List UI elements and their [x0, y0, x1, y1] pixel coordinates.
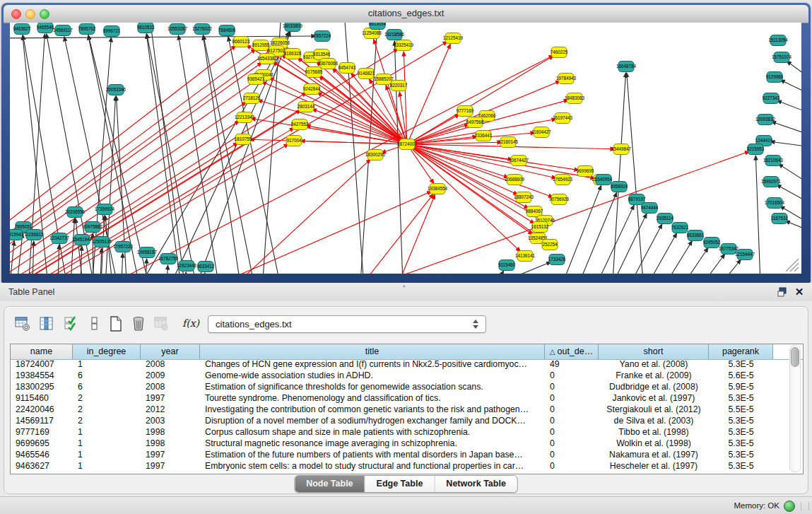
network-node[interactable]: 17957223: [113, 242, 134, 252]
network-node[interactable]: 8996721: [103, 26, 121, 37]
network-edge[interactable]: [610, 73, 625, 274]
tab-edge-table[interactable]: Edge Table: [365, 476, 435, 492]
network-edge[interactable]: [394, 41, 404, 274]
new-column-icon[interactable]: [107, 315, 124, 332]
network-node[interactable]: 252254: [542, 240, 558, 250]
network-node[interactable]: 12125419: [443, 33, 464, 44]
network-edge[interactable]: [261, 82, 407, 144]
network-node[interactable]: 12923448: [177, 261, 197, 271]
network-edge[interactable]: [770, 141, 801, 148]
network-edge[interactable]: [122, 253, 123, 274]
network-node[interactable]: 6497568: [466, 117, 484, 128]
network-edge[interactable]: [772, 122, 801, 139]
column-header-name[interactable]: name: [11, 344, 73, 359]
network-node[interactable]: 9810533: [137, 23, 155, 33]
network-edge[interactable]: [561, 192, 617, 274]
network-node[interactable]: 16648784: [616, 62, 637, 72]
network-node[interactable]: 9129966: [766, 72, 784, 83]
network-node[interactable]: 17654923: [553, 175, 573, 185]
network-node[interactable]: 7632621: [671, 223, 689, 233]
table-row[interactable]: 1456911722003Disruption of a novel membe…: [11, 416, 803, 427]
network-node[interactable]: 7684606: [218, 25, 236, 36]
row-cells-icon[interactable]: [86, 315, 103, 332]
network-node[interactable]: 3915943: [10, 230, 24, 240]
network-node[interactable]: 18724007: [397, 139, 418, 150]
network-node[interactable]: 15451947: [72, 235, 93, 245]
column-header-in_degree[interactable]: in_degree: [73, 344, 141, 359]
network-view-window[interactable]: citations_edges.txt 18724007866012389129…: [1, 3, 811, 283]
column-header-out_de[interactable]: △out_de…: [545, 344, 599, 359]
table-row[interactable]: 1872400712008Changes of HCN gene express…: [11, 359, 803, 370]
network-node[interactable]: 16782759: [158, 254, 179, 264]
network-node[interactable]: 19784943: [556, 74, 577, 84]
network-edge[interactable]: [655, 247, 708, 274]
network-node[interactable]: 9474444: [641, 203, 659, 214]
function-builder-icon[interactable]: f(x): [182, 317, 199, 329]
network-node[interactable]: 9175685: [305, 67, 323, 78]
network-edge[interactable]: [671, 254, 725, 274]
network-edge[interactable]: [167, 265, 168, 274]
network-node[interactable]: 14136141: [515, 251, 536, 262]
network-node[interactable]: 13325419: [394, 40, 414, 51]
resize-grip[interactable]: [801, 502, 809, 510]
show-column-icon[interactable]: [38, 315, 55, 332]
network-node[interactable]: 16033809: [283, 23, 303, 32]
network-edge[interactable]: [363, 194, 435, 274]
table-selector-dropdown[interactable]: citations_edges.txt: [208, 315, 486, 333]
network-node[interactable]: 16197443: [553, 113, 573, 124]
network-node[interactable]: 8454743: [339, 63, 356, 74]
network-node[interactable]: 90756928: [549, 194, 570, 205]
network-canvas[interactable]: 1872400786601238912955182260589127502818…: [10, 23, 801, 274]
tab-node-table[interactable]: Node Table: [295, 476, 365, 492]
table-row[interactable]: 2242004622012Investigating the contribut…: [11, 404, 803, 416]
window-titlebar[interactable]: citations_edges.txt: [4, 5, 808, 23]
network-node[interactable]: 9465546: [37, 23, 54, 33]
delete-column-icon[interactable]: [130, 315, 147, 332]
network-node[interactable]: 2718126: [243, 93, 261, 104]
tab-network-table[interactable]: Network Table: [435, 476, 517, 492]
network-node[interactable]: 9699695: [577, 166, 594, 177]
table-row[interactable]: 977716911998Corpus callosum shape and si…: [11, 427, 803, 438]
table-row[interactable]: 946362711997Embryonic stem cells: a mode…: [11, 461, 803, 472]
network-node[interactable]: 11156813: [24, 230, 44, 240]
network-node[interactable]: 917004: [286, 136, 302, 146]
network-node[interactable]: 15113054: [768, 35, 788, 46]
canvas-resize-grip[interactable]: [790, 263, 799, 271]
network-edge[interactable]: [116, 32, 289, 274]
table-options-icon[interactable]: [14, 315, 31, 332]
network-node[interactable]: 18807243: [514, 192, 534, 203]
network-edge[interactable]: [10, 49, 256, 274]
table-row[interactable]: 1938455462009Genome-wide association stu…: [11, 370, 803, 382]
column-header-pagerank[interactable]: pagerank: [709, 344, 773, 359]
close-icon[interactable]: ✕: [794, 286, 805, 298]
network-edge[interactable]: [10, 36, 316, 38]
network-edge[interactable]: [624, 233, 677, 274]
table-row[interactable]: 1830029562008Estimation of significance …: [11, 382, 803, 393]
network-edge[interactable]: [496, 271, 504, 274]
network-node[interactable]: 8427552: [291, 119, 309, 130]
network-node[interactable]: 8215953: [747, 144, 765, 155]
network-node[interactable]: 9115460: [498, 260, 516, 271]
network-node[interactable]: 1615132: [531, 222, 549, 233]
network-node[interactable]: 2935114: [657, 214, 674, 224]
network-node[interactable]: 10674427: [509, 156, 529, 166]
network-node[interactable]: 9463627: [13, 24, 31, 35]
network-edge[interactable]: [10, 192, 432, 274]
network-node[interactable]: 18300295: [365, 150, 386, 160]
network-node[interactable]: 7895762: [78, 24, 96, 35]
network-node[interactable]: 23676068: [318, 59, 339, 69]
network-node[interactable]: 8813054: [369, 23, 387, 30]
network-edge[interactable]: [407, 144, 518, 194]
network-node[interactable]: 7857224: [314, 31, 331, 42]
network-node[interactable]: 2336441: [475, 131, 493, 141]
network-edge[interactable]: [10, 62, 262, 274]
column-header-year[interactable]: year: [141, 344, 200, 359]
network-node[interactable]: 12505135: [92, 237, 112, 247]
network-node[interactable]: 15276022: [192, 24, 213, 35]
network-edge[interactable]: [687, 259, 741, 274]
network-node[interactable]: 19218586: [384, 30, 405, 40]
network-node[interactable]: 11604427: [531, 127, 551, 138]
network-edge[interactable]: [577, 205, 634, 274]
network-edge[interactable]: [777, 100, 801, 118]
network-node[interactable]: 12154447: [735, 250, 755, 260]
